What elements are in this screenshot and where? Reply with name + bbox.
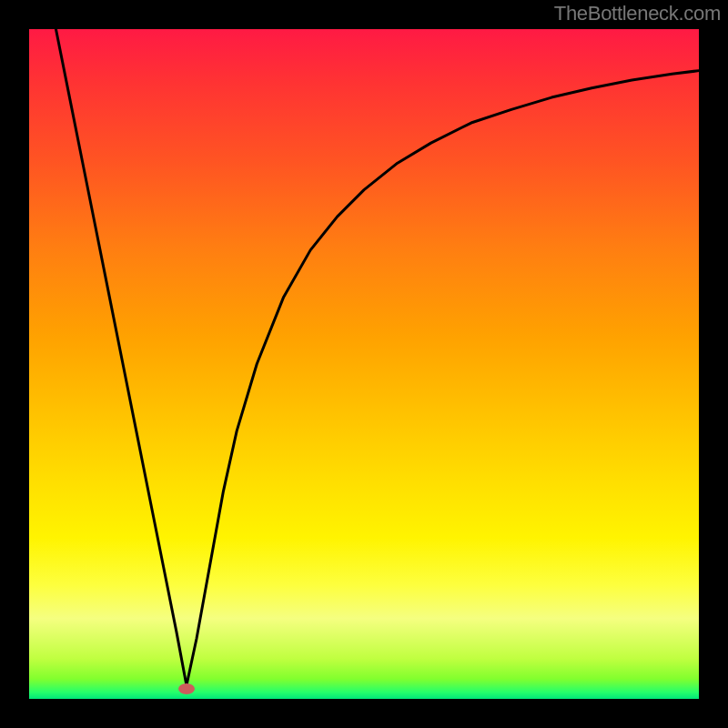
bottleneck-curve	[29, 29, 699, 699]
optimal-point-marker	[178, 683, 195, 694]
chart-stage: TheBottleneck.com	[0, 0, 728, 728]
watermark-text: TheBottleneck.com	[554, 2, 721, 25]
